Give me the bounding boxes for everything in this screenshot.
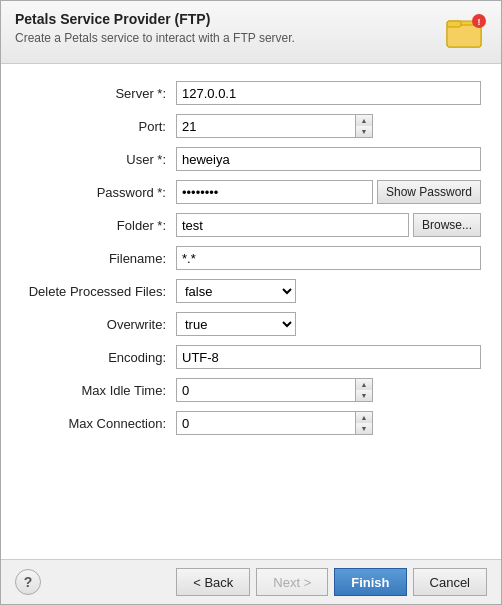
delete-select[interactable]: false true (176, 279, 296, 303)
folder-label: Folder *: (21, 218, 176, 233)
max-conn-spinner-btns: ▲ ▼ (356, 411, 373, 435)
folder-icon: ! (445, 11, 487, 53)
max-idle-decrement-btn[interactable]: ▼ (356, 390, 372, 401)
port-spinner: ▲ ▼ (176, 114, 373, 138)
back-button[interactable]: < Back (176, 568, 250, 596)
svg-rect-1 (447, 25, 481, 47)
server-input[interactable] (176, 81, 481, 105)
svg-rect-2 (447, 21, 461, 27)
encoding-control (176, 345, 481, 369)
help-button[interactable]: ? (15, 569, 41, 595)
filename-control (176, 246, 481, 270)
footer-buttons: < Back Next > Finish Cancel (176, 568, 487, 596)
encoding-row: Encoding: (21, 344, 481, 370)
delete-control: false true (176, 279, 481, 303)
header-left: Petals Service Provider (FTP) Create a P… (15, 11, 295, 45)
delete-label: Delete Processed Files: (21, 284, 176, 299)
encoding-label: Encoding: (21, 350, 176, 365)
user-control (176, 147, 481, 171)
next-button[interactable]: Next > (256, 568, 328, 596)
footer-left: ? (15, 569, 41, 595)
port-increment-btn[interactable]: ▲ (356, 115, 372, 126)
port-control: ▲ ▼ (176, 114, 481, 138)
browse-button[interactable]: Browse... (413, 213, 481, 237)
server-label: Server *: (21, 86, 176, 101)
max-conn-label: Max Connection: (21, 416, 176, 431)
port-label: Port: (21, 119, 176, 134)
overwrite-row: Overwrite: true false (21, 311, 481, 337)
footer: ? < Back Next > Finish Cancel (1, 559, 501, 604)
show-password-button[interactable]: Show Password (377, 180, 481, 204)
password-control: Show Password (176, 180, 481, 204)
max-idle-control: ▲ ▼ (176, 378, 481, 402)
max-conn-input[interactable] (176, 411, 356, 435)
port-input[interactable] (176, 114, 356, 138)
folder-control: Browse... (176, 213, 481, 237)
dialog: Petals Service Provider (FTP) Create a P… (0, 0, 502, 605)
port-spinner-btns: ▲ ▼ (356, 114, 373, 138)
password-input[interactable] (176, 180, 373, 204)
max-idle-label: Max Idle Time: (21, 383, 176, 398)
delete-row: Delete Processed Files: false true (21, 278, 481, 304)
password-row: Password *: Show Password (21, 179, 481, 205)
filename-input[interactable] (176, 246, 481, 270)
max-idle-spinner: ▲ ▼ (176, 378, 373, 402)
header: Petals Service Provider (FTP) Create a P… (1, 1, 501, 64)
form-content: Server *: Port: ▲ ▼ User *: (1, 64, 501, 559)
server-control (176, 81, 481, 105)
dialog-title: Petals Service Provider (FTP) (15, 11, 295, 27)
filename-label: Filename: (21, 251, 176, 266)
dialog-subtitle: Create a Petals service to interact with… (15, 31, 295, 45)
user-input[interactable] (176, 147, 481, 171)
filename-row: Filename: (21, 245, 481, 271)
max-conn-spinner: ▲ ▼ (176, 411, 373, 435)
password-label: Password *: (21, 185, 176, 200)
overwrite-select[interactable]: true false (176, 312, 296, 336)
port-row: Port: ▲ ▼ (21, 113, 481, 139)
max-conn-control: ▲ ▼ (176, 411, 481, 435)
cancel-button[interactable]: Cancel (413, 568, 487, 596)
max-conn-increment-btn[interactable]: ▲ (356, 412, 372, 423)
overwrite-control: true false (176, 312, 481, 336)
finish-button[interactable]: Finish (334, 568, 406, 596)
user-label: User *: (21, 152, 176, 167)
max-idle-increment-btn[interactable]: ▲ (356, 379, 372, 390)
folder-row: Folder *: Browse... (21, 212, 481, 238)
encoding-input[interactable] (176, 345, 481, 369)
svg-text:!: ! (478, 17, 481, 27)
max-conn-decrement-btn[interactable]: ▼ (356, 423, 372, 434)
max-conn-row: Max Connection: ▲ ▼ (21, 410, 481, 436)
max-idle-input[interactable] (176, 378, 356, 402)
max-idle-row: Max Idle Time: ▲ ▼ (21, 377, 481, 403)
user-row: User *: (21, 146, 481, 172)
server-row: Server *: (21, 80, 481, 106)
folder-input[interactable] (176, 213, 409, 237)
max-idle-spinner-btns: ▲ ▼ (356, 378, 373, 402)
port-decrement-btn[interactable]: ▼ (356, 126, 372, 137)
overwrite-label: Overwrite: (21, 317, 176, 332)
folder-icon-svg: ! (445, 11, 487, 53)
